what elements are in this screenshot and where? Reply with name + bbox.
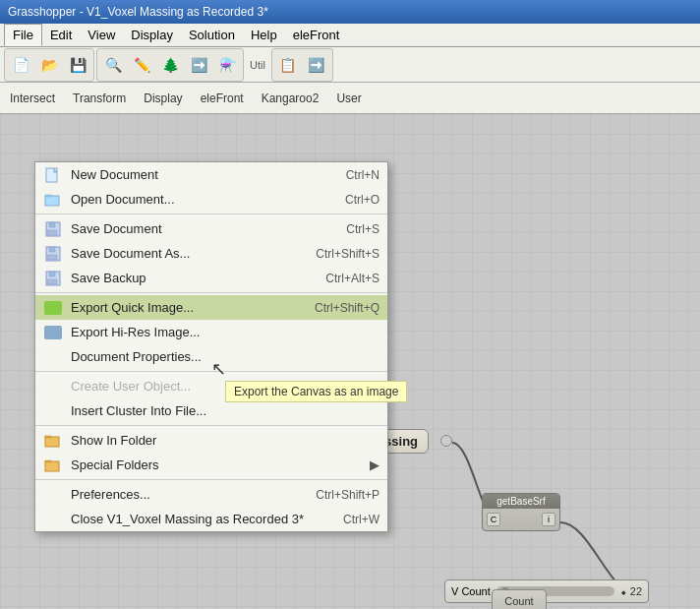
menu-item-create-user-obj: Create User Object... bbox=[35, 374, 387, 398]
insert-cluster-label: Insert Cluster Into File... bbox=[71, 403, 206, 418]
toolbar-btn-zoom[interactable]: 🔍 bbox=[99, 51, 127, 79]
vcount-label: V Count bbox=[451, 585, 491, 597]
divider-4 bbox=[35, 425, 387, 426]
create-user-obj-label: Create User Object... bbox=[71, 379, 191, 394]
toolbar-btn-arrow[interactable]: ➡️ bbox=[185, 51, 212, 79]
save-backup-label: Save Backup bbox=[71, 271, 146, 285]
save-backup-shortcut: Ctrl+Alt+S bbox=[325, 272, 379, 285]
show-in-folder-label: Show In Folder bbox=[71, 433, 156, 448]
menu-help[interactable]: Help bbox=[243, 25, 285, 45]
menu-item-special-folders[interactable]: Special Folders ▶ bbox=[35, 453, 387, 477]
menu-edit[interactable]: Edit bbox=[42, 25, 80, 45]
export-quick-icon bbox=[43, 298, 63, 318]
toolbar-btn-doc-save[interactable]: 💾 bbox=[64, 51, 91, 79]
menu-item-save-backup[interactable]: Save Backup Ctrl+Alt+S bbox=[35, 266, 387, 290]
preferences-label: Preferences... bbox=[71, 487, 150, 502]
tab-kangaroo2[interactable]: Kangaroo2 bbox=[256, 88, 325, 109]
menu-bar: File Edit View Display Solution Help ele… bbox=[0, 24, 700, 47]
special-folders-icon bbox=[43, 456, 63, 475]
toolbar-btn-doc-open[interactable]: 📂 bbox=[35, 51, 63, 79]
menu-item-close[interactable]: Close V1_Voxel Massing as Recorded 3* Ct… bbox=[35, 507, 387, 531]
toolbar-btn-util-arrow[interactable]: ➡️ bbox=[303, 51, 330, 79]
vcount-component[interactable]: V Count ⬥ 22 bbox=[444, 579, 649, 603]
menu-file[interactable]: File bbox=[4, 24, 42, 46]
close-shortcut: Ctrl+W bbox=[343, 513, 379, 526]
preferences-icon bbox=[43, 485, 63, 505]
svg-rect-15 bbox=[45, 460, 51, 462]
getsbasesrf-component[interactable]: getBaseSrf C i bbox=[482, 493, 560, 531]
menu-display[interactable]: Display bbox=[123, 25, 181, 45]
toolbar-group-1: 📄 📂 💾 bbox=[4, 48, 94, 82]
export-hires-icon bbox=[43, 323, 63, 342]
close-label: Close V1_Voxel Massing as Recorded 3* bbox=[71, 512, 304, 526]
menu-view[interactable]: View bbox=[80, 25, 123, 45]
vcount-value: ⬥ 22 bbox=[620, 585, 642, 597]
menu-elefront[interactable]: eleFront bbox=[285, 25, 348, 45]
divider-2 bbox=[35, 292, 387, 293]
count2-label: Count bbox=[504, 595, 533, 607]
toolbar-btn-tree[interactable]: 🌲 bbox=[156, 51, 184, 79]
svg-rect-13 bbox=[45, 436, 51, 438]
open-doc-shortcut: Ctrl+O bbox=[345, 193, 379, 207]
tab-user[interactable]: User bbox=[330, 88, 367, 109]
new-doc-icon bbox=[43, 165, 63, 185]
tab-display[interactable]: Display bbox=[138, 88, 188, 109]
menu-item-open-doc[interactable]: Open Document... Ctrl+O bbox=[35, 187, 387, 212]
gbs-port-c[interactable]: C bbox=[487, 513, 500, 526]
save-as-shortcut: Ctrl+Shift+S bbox=[316, 247, 379, 261]
menu-item-show-in-folder[interactable]: Show In Folder bbox=[35, 428, 387, 453]
show-in-folder-icon bbox=[43, 431, 63, 451]
toolbar-btn-util-1[interactable]: 📋 bbox=[274, 51, 302, 79]
massing-output-port[interactable] bbox=[440, 435, 452, 447]
save-doc-icon bbox=[43, 219, 63, 239]
svg-rect-4 bbox=[49, 222, 55, 227]
canvas-area[interactable]: Massing getBaseSrf C i V Count bbox=[0, 114, 700, 609]
menu-item-new-doc[interactable]: New Document Ctrl+N bbox=[35, 162, 387, 187]
toolbar-group-2: 🔍 ✏️ 🌲 ➡️ ⚗️ bbox=[96, 48, 244, 82]
svg-rect-11 bbox=[47, 279, 57, 284]
export-quick-label: Export Quick Image... bbox=[71, 300, 194, 315]
count-component-2[interactable]: Count bbox=[492, 589, 547, 609]
special-folders-label: Special Folders bbox=[71, 457, 159, 472]
toolbar-btn-sketch[interactable]: ✏️ bbox=[128, 51, 155, 79]
divider-5 bbox=[35, 479, 387, 480]
insert-cluster-icon bbox=[43, 401, 63, 421]
divider-3 bbox=[35, 371, 387, 372]
gbs-port-i[interactable]: i bbox=[542, 513, 555, 526]
menu-item-doc-props[interactable]: Document Properties... bbox=[35, 344, 387, 369]
menu-item-preferences[interactable]: Preferences... Ctrl+Shift+P bbox=[35, 482, 387, 507]
open-doc-label: Open Document... bbox=[71, 192, 175, 207]
menu-item-save-doc[interactable]: Save Document Ctrl+S bbox=[35, 216, 387, 241]
tab-elefront[interactable]: eleFront bbox=[195, 88, 250, 109]
toolbar-btn-doc-new[interactable]: 📄 bbox=[7, 51, 34, 79]
toolbar: 📄 📂 💾 🔍 ✏️ 🌲 ➡️ ⚗️ Util 📋 ➡️ bbox=[0, 47, 700, 83]
title-text: Grasshopper - V1_Voxel Massing as Record… bbox=[8, 5, 268, 19]
toolbar-group-util: 📋 ➡️ bbox=[271, 48, 333, 82]
svg-rect-14 bbox=[45, 461, 59, 471]
menu-item-export-hires[interactable]: Export Hi-Res Image... bbox=[35, 320, 387, 344]
new-doc-label: New Document bbox=[71, 167, 158, 182]
special-folders-arrow: ▶ bbox=[370, 457, 379, 472]
menu-solution[interactable]: Solution bbox=[181, 25, 243, 45]
tab-transform[interactable]: Transform bbox=[67, 88, 132, 109]
save-backup-icon bbox=[43, 269, 63, 288]
export-hires-label: Export Hi-Res Image... bbox=[71, 325, 201, 339]
tab-intersect[interactable]: Intersect bbox=[4, 88, 61, 109]
menu-item-save-as[interactable]: Save Document As... Ctrl+Shift+S bbox=[35, 241, 387, 266]
menu-item-insert-cluster[interactable]: Insert Cluster Into File... bbox=[35, 398, 387, 423]
divider-1 bbox=[35, 213, 387, 214]
toolbar-btn-flask[interactable]: ⚗️ bbox=[213, 51, 241, 79]
file-dropdown-menu: New Document Ctrl+N Open Document... Ctr… bbox=[34, 161, 388, 532]
toolbar-section-label: Util bbox=[246, 59, 269, 71]
svg-rect-10 bbox=[49, 272, 55, 276]
svg-rect-2 bbox=[45, 195, 51, 197]
close-icon bbox=[43, 510, 63, 529]
menu-item-export-quick[interactable]: Export Quick Image... Ctrl+Shift+Q bbox=[35, 295, 387, 320]
svg-rect-12 bbox=[45, 437, 59, 447]
title-bar: Grasshopper - V1_Voxel Massing as Record… bbox=[0, 0, 700, 24]
doc-props-icon bbox=[43, 347, 63, 367]
svg-rect-8 bbox=[47, 255, 57, 260]
save-as-icon bbox=[43, 244, 63, 264]
export-quick-shortcut: Ctrl+Shift+Q bbox=[315, 301, 379, 315]
gbs-title: getBaseSrf bbox=[483, 494, 559, 509]
